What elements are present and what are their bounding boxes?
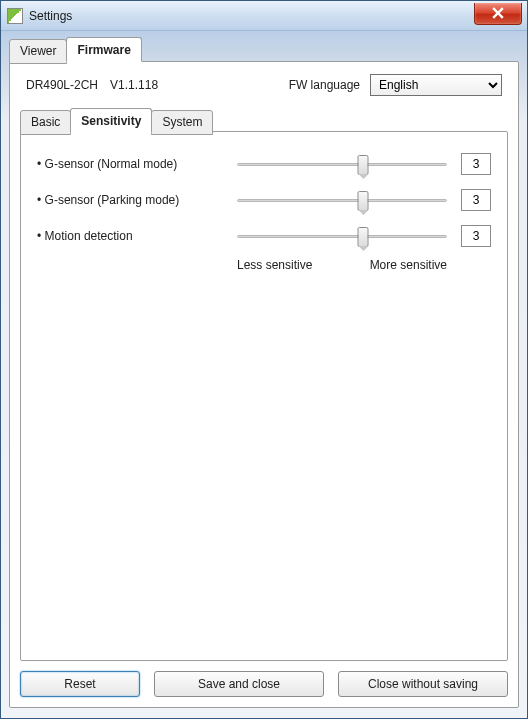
slider-track — [237, 199, 447, 202]
tab-sensitivity[interactable]: Sensitivity — [70, 108, 152, 133]
firmware-version: V1.1.118 — [110, 78, 158, 92]
settings-window: Settings Viewer Firmware DR490L-2CH V1.1… — [0, 0, 528, 719]
slider-gsensor-parking[interactable] — [237, 191, 447, 209]
outer-tabs: Viewer Firmware DR490L-2CH V1.1.118 FW l… — [9, 37, 519, 708]
reset-button[interactable]: Reset — [20, 671, 140, 697]
outer-tab-strip: Viewer Firmware — [9, 37, 519, 62]
tab-viewer[interactable]: Viewer — [9, 39, 67, 64]
tab-firmware[interactable]: Firmware — [66, 37, 141, 62]
row-gsensor-parking: G-sensor (Parking mode) 3 — [37, 186, 491, 214]
tab-system[interactable]: System — [151, 110, 213, 135]
inner-tabs: Basic Sensitivity System G-sensor (Norma… — [20, 108, 508, 661]
sensitivity-legend: Less sensitive More sensitive — [37, 258, 491, 272]
app-icon — [7, 8, 23, 24]
legend-more: More sensitive — [370, 258, 447, 272]
firmware-model: DR490L-2CH — [26, 78, 98, 92]
inner-tab-strip: Basic Sensitivity System — [20, 108, 508, 133]
label-motion: Motion detection — [37, 229, 237, 243]
legend-less: Less sensitive — [237, 258, 312, 272]
firmware-header: DR490L-2CH V1.1.118 FW language English — [22, 72, 506, 106]
slider-motion[interactable] — [237, 227, 447, 245]
sensitivity-panel: G-sensor (Normal mode) 3 G-sensor (Parki… — [20, 131, 508, 661]
tab-basic[interactable]: Basic — [20, 110, 71, 135]
slider-thumb[interactable] — [358, 191, 369, 211]
window-title: Settings — [29, 9, 72, 23]
row-gsensor-normal: G-sensor (Normal mode) 3 — [37, 150, 491, 178]
slider-track — [237, 235, 447, 238]
slider-gsensor-normal[interactable] — [237, 155, 447, 173]
slider-track — [237, 163, 447, 166]
firmware-panel: DR490L-2CH V1.1.118 FW language English … — [9, 61, 519, 708]
value-gsensor-normal: 3 — [461, 153, 491, 175]
label-gsensor-normal: G-sensor (Normal mode) — [37, 157, 237, 171]
slider-thumb[interactable] — [358, 227, 369, 247]
close-icon — [492, 7, 504, 19]
value-gsensor-parking: 3 — [461, 189, 491, 211]
firmware-language-select[interactable]: English — [370, 74, 502, 96]
close-window-button[interactable] — [474, 3, 522, 25]
row-motion: Motion detection 3 — [37, 222, 491, 250]
slider-thumb[interactable] — [358, 155, 369, 175]
client-area: Viewer Firmware DR490L-2CH V1.1.118 FW l… — [9, 37, 519, 708]
firmware-language-label: FW language — [289, 78, 360, 92]
button-row: Reset Save and close Close without savin… — [20, 671, 508, 697]
value-motion: 3 — [461, 225, 491, 247]
close-without-saving-button[interactable]: Close without saving — [338, 671, 508, 697]
label-gsensor-parking: G-sensor (Parking mode) — [37, 193, 237, 207]
titlebar[interactable]: Settings — [1, 1, 527, 31]
save-and-close-button[interactable]: Save and close — [154, 671, 324, 697]
